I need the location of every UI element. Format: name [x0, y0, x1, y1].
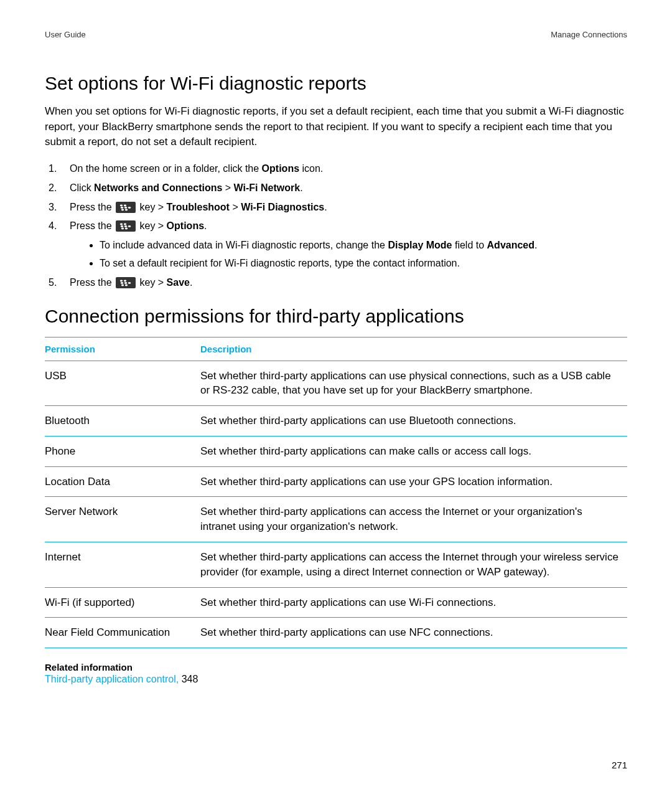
- blackberry-key-icon: [116, 202, 136, 213]
- svg-point-9: [120, 224, 123, 225]
- step-4: Press the key > Options. To include adva…: [45, 219, 627, 271]
- svg-point-20: [124, 282, 127, 284]
- sub-bullet-2: To set a default recipient for Wi-Fi dia…: [100, 256, 627, 271]
- svg-point-7: [125, 209, 128, 210]
- col-description: Description: [200, 337, 627, 361]
- permissions-table: Permission Description USB Set whether t…: [45, 337, 627, 649]
- steps-list: On the home screen or in a folder, click…: [45, 161, 627, 291]
- table-row: Location Data Set whether third-party ap…: [45, 466, 627, 497]
- section-heading-wifi-options: Set options for Wi-Fi diagnostic reports: [45, 73, 627, 94]
- related-info-heading: Related information: [45, 662, 627, 672]
- svg-point-19: [121, 282, 123, 284]
- svg-point-6: [121, 209, 124, 210]
- table-row: USB Set whether third-party applications…: [45, 361, 627, 406]
- svg-point-3: [121, 207, 123, 209]
- header-right: Manage Connections: [551, 30, 627, 39]
- step-5: Press the key > Save.: [45, 275, 627, 291]
- table-row: Bluetooth Set whether third-party applic…: [45, 406, 627, 437]
- page-number: 271: [45, 760, 627, 770]
- blackberry-key-icon: [116, 220, 136, 232]
- svg-point-15: [125, 228, 128, 230]
- step-1: On the home screen or in a folder, click…: [45, 161, 627, 177]
- header-left: User Guide: [45, 30, 86, 39]
- step-2: Click Networks and Connections > Wi-Fi N…: [45, 181, 627, 196]
- svg-point-11: [121, 225, 123, 227]
- svg-point-21: [128, 282, 131, 284]
- table-row: Wi-Fi (if supported) Set whether third-p…: [45, 587, 627, 618]
- table-row: Internet Set whether third-party applica…: [45, 542, 627, 588]
- svg-point-10: [124, 224, 126, 225]
- table-header-row: Permission Description: [45, 337, 627, 361]
- svg-point-14: [121, 228, 124, 230]
- intro-paragraph: When you set options for Wi-Fi diagnosti…: [45, 104, 627, 150]
- svg-point-18: [124, 280, 126, 281]
- step-3: Press the key > Troubleshoot > Wi-Fi Dia…: [45, 200, 627, 215]
- svg-point-13: [128, 225, 131, 227]
- svg-point-4: [124, 207, 127, 209]
- svg-point-23: [125, 284, 128, 286]
- sub-bullets: To include advanced data in Wi-Fi diagno…: [83, 238, 627, 271]
- related-link[interactable]: Third-party application control,: [45, 674, 179, 684]
- svg-point-1: [120, 204, 123, 206]
- svg-point-2: [124, 204, 126, 206]
- document-page: User Guide Manage Connections Set option…: [0, 0, 672, 807]
- table-row: Phone Set whether third-party applicatio…: [45, 436, 627, 466]
- svg-point-22: [121, 284, 124, 286]
- page-header: User Guide Manage Connections: [45, 30, 627, 39]
- sub-bullet-1: To include advanced data in Wi-Fi diagno…: [100, 238, 627, 253]
- svg-point-12: [124, 225, 127, 227]
- col-permission: Permission: [45, 337, 200, 361]
- related-info-line: Third-party application control, 348: [45, 674, 627, 685]
- table-row: Near Field Communication Set whether thi…: [45, 618, 627, 648]
- section-heading-permissions: Connection permissions for third-party a…: [45, 306, 627, 327]
- svg-point-5: [128, 207, 131, 209]
- table-row: Server Network Set whether third-party a…: [45, 497, 627, 542]
- blackberry-key-icon: [116, 277, 136, 288]
- svg-point-17: [120, 280, 123, 281]
